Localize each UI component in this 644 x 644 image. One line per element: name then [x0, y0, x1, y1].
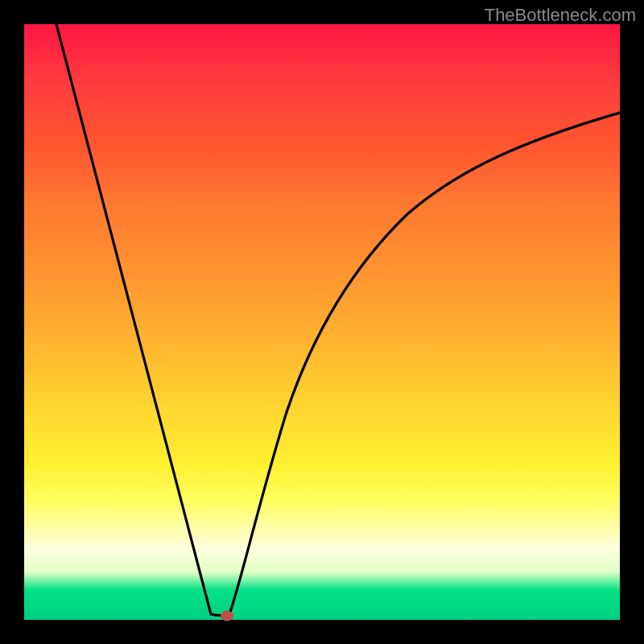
chart-curve [24, 24, 620, 620]
valley-marker-dot [221, 611, 233, 621]
curve-path [56, 24, 620, 616]
watermark-text: TheBottleneck.com [485, 5, 636, 26]
